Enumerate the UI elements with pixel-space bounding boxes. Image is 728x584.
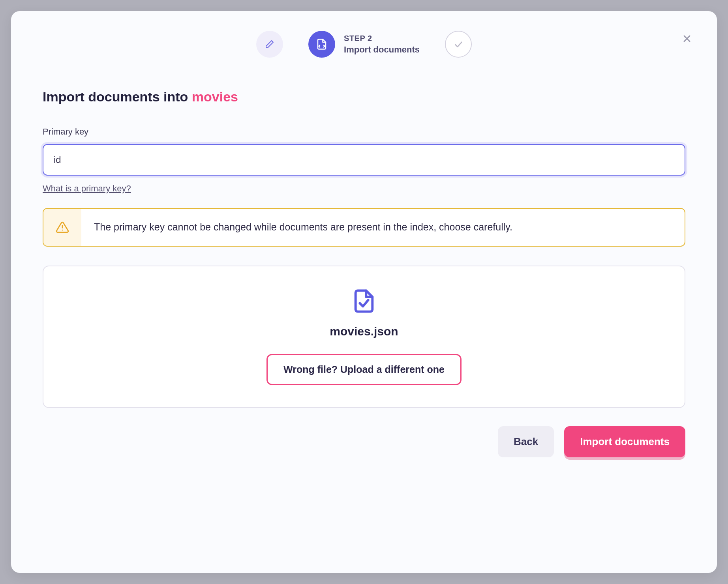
stepper: STEP 2 Import documents <box>43 31 685 58</box>
import-file-icon <box>316 38 328 50</box>
step-2: STEP 2 Import documents <box>308 31 420 58</box>
step-3 <box>445 31 472 58</box>
primary-key-help-link[interactable]: What is a primary key? <box>43 183 131 194</box>
upload-different-button[interactable]: Wrong file? Upload a different one <box>266 354 462 385</box>
page-title: Import documents into movies <box>43 89 685 105</box>
title-prefix: Import documents into <box>43 89 192 104</box>
step-1[interactable] <box>256 31 283 58</box>
primary-key-label: Primary key <box>43 127 685 137</box>
step-2-desc: Import documents <box>344 45 420 55</box>
file-upload-box: movies.json Wrong file? Upload a differe… <box>43 266 685 408</box>
file-name: movies.json <box>330 325 398 338</box>
primary-key-warning: The primary key cannot be changed while … <box>43 208 685 247</box>
primary-key-input[interactable] <box>43 144 685 176</box>
back-button[interactable]: Back <box>498 426 554 457</box>
title-index-name: movies <box>192 89 238 104</box>
check-icon <box>453 39 463 49</box>
close-button[interactable] <box>681 32 693 45</box>
warning-text: The primary key cannot be changed while … <box>81 209 525 246</box>
import-documents-modal: STEP 2 Import documents Import documents… <box>11 11 717 573</box>
pencil-icon <box>265 39 274 49</box>
step-2-label: STEP 2 <box>344 34 420 43</box>
close-icon <box>682 34 692 43</box>
warning-icon <box>56 221 69 234</box>
file-check-icon <box>351 288 377 314</box>
modal-actions: Back Import documents <box>43 426 685 457</box>
import-documents-button[interactable]: Import documents <box>564 426 685 457</box>
